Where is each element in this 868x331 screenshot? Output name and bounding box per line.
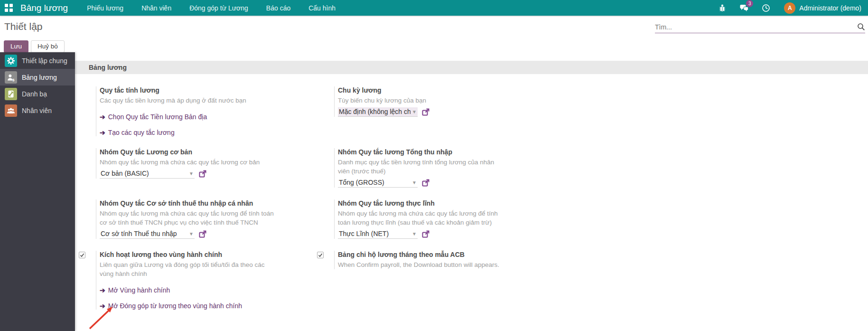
menu-phieu-luong[interactable]: Phiếu lương: [87, 4, 123, 12]
activities-clock-icon[interactable]: [761, 3, 771, 13]
menu-bao-cao[interactable]: Báo cáo: [266, 4, 290, 12]
setting-description: Nhóm quy tắc lương mà chứa các quy tắc l…: [100, 158, 260, 167]
setting-title: Nhóm Quy tắc lương Tổng thu nhập: [338, 148, 502, 156]
setting-block-acb-payment-sheet: Bảng chi hộ lương tháng theo mẫu ACB Whe…: [317, 251, 868, 310]
tax-base-rule-group-select[interactable]: Cơ sở tính Thuế thu nhập▼: [100, 229, 195, 239]
setting-title: Nhóm Quy tắc Lương cơ bản: [100, 148, 260, 156]
setting-title: Chu kỳ lương: [338, 86, 429, 94]
menu-cau-hinh[interactable]: Cấu hình: [308, 4, 336, 12]
sidebar-item-contacts[interactable]: Danh bạ: [0, 85, 75, 102]
arrow-right-icon: ➔: [100, 113, 105, 121]
settings-content: Bảng lương Quy tắc tính lương Các quy tắ…: [75, 52, 868, 331]
menu-nhan-vien[interactable]: Nhân viên: [141, 4, 171, 12]
link-create-salary-rules[interactable]: ➔Tạo các quy tắc lương: [100, 129, 246, 136]
search-icon[interactable]: [857, 23, 865, 31]
search-input[interactable]: [655, 23, 857, 31]
basic-rule-group-select[interactable]: Cơ bản (BASIC)▼: [100, 169, 195, 179]
user-menu[interactable]: Administrator (demo): [799, 4, 861, 12]
arrow-right-icon: ➔: [100, 286, 105, 294]
top-navbar: Bảng lương Phiếu lương Nhân viên Đóng gó…: [0, 0, 868, 16]
contacts-phone-icon: [5, 88, 17, 100]
settings-sidebar: Thiết lập chung $ Bảng lương Danh bạ Nhâ…: [0, 52, 75, 331]
search-box: [655, 21, 865, 33]
link-open-admin-regions[interactable]: ➔Mở Vùng hành chính: [100, 286, 279, 294]
setting-description: Nhóm quy tắc lương mà chứa các quy tắc l…: [100, 209, 279, 227]
setting-description: Nhóm quy tắc lương mà chứa các quy tắc l…: [338, 209, 502, 227]
setting-title: Kích hoạt lương theo vùng hành chính: [100, 251, 279, 258]
net-rule-group-select[interactable]: Thực Lĩnh (NET)▼: [338, 229, 418, 239]
setting-block-salary-rules: Quy tắc tính lương Các quy tắc tiền lươn…: [79, 86, 317, 136]
link-open-region-contributions[interactable]: ➔Mở Đóng góp từ lương theo vùng hành chí…: [100, 302, 279, 310]
external-link-icon[interactable]: [422, 230, 429, 238]
payroll-icon: $: [5, 71, 17, 84]
sidebar-item-label: Nhân viên: [22, 107, 52, 114]
chevron-down-icon: ▼: [412, 180, 417, 185]
setting-title: Quy tắc tính lương: [100, 86, 246, 94]
sidebar-item-label: Thiết lập chung: [22, 57, 67, 65]
bug-icon[interactable]: [718, 3, 727, 13]
setting-block-basic-rule-group: Nhóm Quy tắc Lương cơ bản Nhóm quy tắc l…: [79, 148, 317, 188]
setting-block-admin-region: Kích hoạt lương theo vùng hành chính Liê…: [79, 251, 317, 310]
external-link-icon[interactable]: [199, 230, 206, 238]
salary-cycle-select[interactable]: Mặc định (không lệch chu▼: [338, 107, 418, 117]
sidebar-item-employees[interactable]: Nhân viên: [0, 102, 75, 119]
sidebar-item-payroll[interactable]: $ Bảng lương: [0, 69, 75, 85]
setting-description: Liên quan giữa Lương và đóng góp tối tiể…: [100, 260, 279, 278]
admin-region-checkbox[interactable]: [79, 252, 85, 258]
setting-description: Tùy biến chu kỳ lương của bạn: [338, 96, 429, 105]
apps-grid-icon[interactable]: [5, 4, 13, 12]
section-header: Bảng lương: [75, 61, 868, 74]
setting-description: Các quy tắc tiền lương mà áp dụng ở đất …: [100, 96, 246, 105]
setting-description: When Confirm payroll, the Download butto…: [338, 260, 499, 269]
app-brand[interactable]: Bảng lương: [20, 3, 68, 13]
employees-icon: [5, 104, 17, 117]
chevron-down-icon: ▼: [189, 231, 194, 236]
messages-icon[interactable]: 3: [739, 3, 749, 13]
link-choose-localization-rules[interactable]: ➔Chọn Quy tắc Tiền lương Bản địa: [100, 113, 246, 121]
page-title: Thiết lập: [4, 21, 43, 32]
discard-button[interactable]: Huỷ bỏ: [31, 40, 65, 53]
control-panel: Thiết lập Lưu Huỷ bỏ: [0, 16, 868, 52]
menu-dong-gop[interactable]: Đóng góp từ Lương: [189, 4, 248, 12]
setting-block-net-rule-group: Nhóm Quy tắc lương thực lĩnh Nhóm quy tắ…: [317, 199, 868, 239]
setting-title: Nhóm Quy tắc Cơ sở tính thuế thu nhập cá…: [100, 199, 279, 207]
setting-block-tax-base-rule-group: Nhóm Quy tắc Cơ sở tính thuế thu nhập cá…: [79, 199, 317, 239]
sidebar-item-general-settings[interactable]: Thiết lập chung: [0, 52, 75, 69]
setting-block-salary-cycle: Chu kỳ lương Tùy biến chu kỳ lương của b…: [317, 86, 868, 136]
arrow-right-icon: ➔: [100, 129, 105, 136]
chevron-down-icon: ▼: [412, 109, 417, 114]
messages-badge: 3: [746, 0, 753, 7]
acb-sheet-checkbox[interactable]: [317, 252, 324, 258]
external-link-icon[interactable]: [199, 170, 206, 178]
sidebar-item-label: Danh bạ: [22, 90, 47, 98]
setting-title: Nhóm Quy tắc lương thực lĩnh: [338, 199, 502, 207]
external-link-icon[interactable]: [422, 108, 429, 116]
save-button[interactable]: Lưu: [4, 40, 28, 53]
arrow-right-icon: ➔: [100, 302, 105, 310]
user-avatar[interactable]: A: [784, 2, 795, 14]
gross-rule-group-select[interactable]: Tổng (GROSS)▼: [338, 178, 418, 188]
setting-title: Bảng chi hộ lương tháng theo mẫu ACB: [338, 251, 499, 258]
svg-text:$: $: [12, 77, 15, 82]
chevron-down-icon: ▼: [412, 231, 417, 236]
gear-icon: [5, 55, 17, 67]
payroll-settings-page: Bảng lương Phiếu lương Nhân viên Đóng gó…: [0, 0, 868, 331]
setting-block-gross-rule-group: Nhóm Quy tắc lương Tổng thu nhập Danh mụ…: [317, 148, 868, 188]
external-link-icon[interactable]: [422, 179, 429, 187]
chevron-down-icon: ▼: [189, 171, 194, 176]
setting-description: Danh mục quy tắc tiền lương tính tổng lư…: [338, 158, 502, 176]
sidebar-item-label: Bảng lương: [22, 74, 57, 81]
